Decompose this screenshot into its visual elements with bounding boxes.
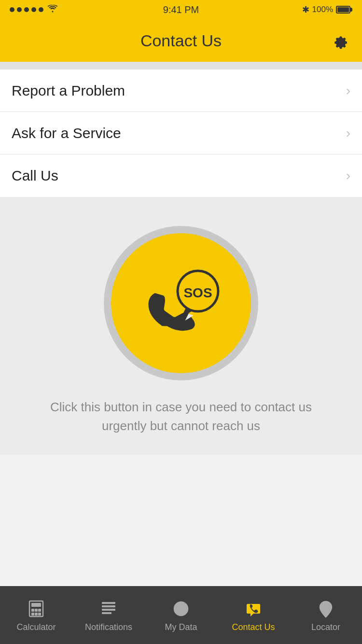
signal-dots	[10, 7, 43, 12]
menu-item-label: Report a Problem	[12, 83, 125, 99]
calculator-icon	[26, 598, 47, 619]
svg-rect-8	[35, 613, 38, 616]
tab-contact-us[interactable]: Contact Us	[217, 586, 290, 644]
chevron-right-icon: ›	[346, 168, 350, 183]
my-data-icon	[170, 598, 192, 619]
menu-item-call-us[interactable]: Call Us ›	[0, 154, 362, 197]
tab-my-data-label: My Data	[165, 622, 197, 632]
menu-item-ask-service[interactable]: Ask for a Service ›	[0, 112, 362, 154]
tab-calculator-label: Calculator	[16, 622, 56, 632]
menu-item-label: Ask for a Service	[12, 125, 121, 141]
status-left	[10, 5, 58, 15]
status-bar: 9:41 PM ✱ 100%	[0, 0, 362, 19]
settings-button[interactable]	[329, 30, 350, 51]
sos-button[interactable]: SOS	[111, 233, 251, 373]
svg-rect-6	[38, 609, 41, 612]
status-time: 9:41 PM	[163, 4, 199, 15]
menu-list: Report a Problem › Ask for a Service › C…	[0, 70, 362, 197]
separator	[0, 62, 362, 70]
sos-outer-circle: SOS	[104, 226, 258, 380]
chevron-right-icon: ›	[346, 126, 350, 141]
battery-percent: 100%	[312, 5, 333, 14]
chevron-right-icon: ›	[346, 83, 350, 98]
svg-rect-10	[102, 602, 115, 604]
tab-notifications-label: Notifications	[85, 622, 132, 632]
nav-bar: Contact Us	[0, 19, 362, 62]
svg-rect-13	[102, 612, 111, 614]
notifications-icon	[98, 598, 119, 619]
sos-icon: SOS	[133, 260, 229, 347]
bluetooth-icon: ✱	[302, 4, 309, 15]
battery-icon	[336, 6, 352, 14]
tab-notifications[interactable]: Notifications	[72, 586, 145, 644]
nav-title: Contact Us	[140, 31, 222, 50]
svg-rect-12	[102, 609, 115, 611]
wifi-icon	[47, 5, 58, 15]
svg-rect-5	[35, 609, 38, 612]
menu-item-label: Call Us	[12, 168, 58, 184]
sos-section: SOS Click this button in case you need t…	[0, 197, 362, 455]
svg-rect-9	[38, 613, 41, 616]
tab-locator-label: Locator	[311, 622, 340, 632]
status-right: ✱ 100%	[302, 4, 352, 15]
svg-rect-7	[31, 613, 34, 616]
svg-point-16	[323, 605, 328, 610]
sos-description: Click this button in case you need to co…	[0, 398, 362, 435]
menu-item-report-problem[interactable]: Report a Problem ›	[0, 70, 362, 112]
svg-rect-11	[102, 605, 115, 607]
svg-text:SOS: SOS	[183, 285, 212, 300]
tab-calculator[interactable]: Calculator	[0, 586, 72, 644]
svg-rect-4	[31, 609, 34, 612]
tab-contact-us-label: Contact Us	[232, 622, 275, 632]
tab-bar: Calculator Notifications My Data	[0, 586, 362, 644]
locator-icon	[315, 598, 336, 619]
svg-rect-3	[31, 603, 41, 607]
contact-us-icon	[243, 598, 264, 619]
tab-my-data[interactable]: My Data	[145, 586, 217, 644]
gear-icon	[331, 32, 348, 49]
tab-locator[interactable]: Locator	[290, 586, 362, 644]
